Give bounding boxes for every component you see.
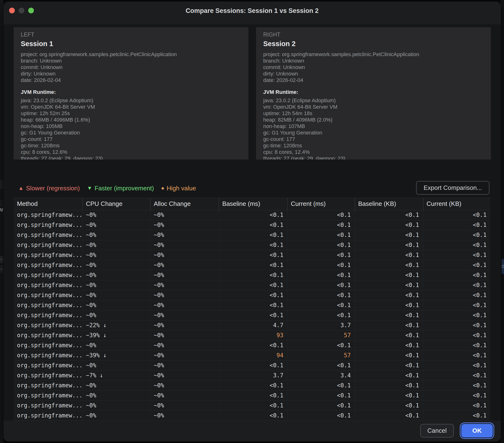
table-row[interactable]: org.springframew...~0%~0%<0.1<0.1<0.1<0.… xyxy=(14,270,490,280)
table-row[interactable]: org.springframew...~0%~0%<0.1<0.1<0.1<0.… xyxy=(14,280,490,290)
column-header-baseline-ms[interactable]: Baseline (ms) xyxy=(219,198,287,210)
comparison-table-container[interactable]: Method CPU Change Alloc Change Baseline … xyxy=(14,198,490,437)
titlebar: Compare Sessions: Session 1 vs Session 2 xyxy=(3,1,501,19)
column-header-cpu-change[interactable]: CPU Change xyxy=(82,198,150,210)
table-row[interactable]: org.springframew...~0%~0%<0.1<0.1<0.1<0.… xyxy=(14,250,490,260)
table-row[interactable]: org.springframew...~0%~0%<0.1<0.1<0.1<0.… xyxy=(14,360,490,371)
baseline-ms-cell: 94 xyxy=(219,350,287,360)
background-clipped-icon: .. xyxy=(0,266,3,273)
baseline-kb-cell: <0.1 xyxy=(355,220,423,230)
table-row[interactable]: org.springframew...~0%~0%<0.1<0.1<0.1<0.… xyxy=(14,210,490,220)
background-clipped-icon: .. xyxy=(0,256,3,263)
baseline-kb-cell: <0.1 xyxy=(355,230,423,240)
jvm-info-line: gc-count: 177 xyxy=(21,136,248,142)
baseline-ms-cell: 4.7 xyxy=(219,320,287,330)
current-kb-cell: <0.1 xyxy=(423,310,490,320)
table-row[interactable]: org.springframew...~0%~0%<0.1<0.1<0.1<0.… xyxy=(14,401,490,410)
table-row[interactable]: org.springframew...~0%~0%<0.1<0.1<0.1<0.… xyxy=(14,240,490,250)
content-area: LEFT Session 1 project: org.springframew… xyxy=(3,24,501,421)
baseline-ms-cell: <0.1 xyxy=(219,401,287,410)
baseline-ms-cell: 3.7 xyxy=(219,371,287,380)
comparison-table-body: org.springframew...~0%~0%<0.1<0.1<0.1<0.… xyxy=(14,210,490,437)
current-kb-cell: <0.1 xyxy=(423,230,490,240)
jvm-runtime-heading: JVM Runtime: xyxy=(263,89,491,95)
jvm-info-line: gc: G1 Young Generation xyxy=(21,129,248,136)
background-window-right-edge: d xyxy=(501,0,504,443)
cpu-change-cell: ~0% xyxy=(82,380,150,390)
baseline-kb-cell: <0.1 xyxy=(355,330,423,340)
table-row[interactable]: org.springframew...−22% ↓~0%4.73.7<0.1<0… xyxy=(14,320,490,330)
jvm-info-line: gc-time: 1208ms xyxy=(21,142,248,149)
jvm-info-line: gc-time: 1208ms xyxy=(263,142,491,149)
current-kb-cell: <0.1 xyxy=(423,320,490,330)
cpu-change-cell: ~0% xyxy=(82,360,150,371)
jvm-info-line: uptime: 12h 54m 18s xyxy=(263,110,491,117)
cpu-change-cell: ~0% xyxy=(82,410,150,421)
session-info: project: org.springframework.samples.pet… xyxy=(263,51,491,83)
alloc-change-cell: ~0% xyxy=(150,320,219,330)
cpu-change-cell: ~0% xyxy=(82,401,150,410)
table-row[interactable]: org.springframew...−7% ↓~0%3.73.4<0.1<0.… xyxy=(14,371,490,380)
baseline-kb-cell: <0.1 xyxy=(355,380,423,390)
method-cell: org.springframew... xyxy=(14,360,82,371)
method-cell: org.springframew... xyxy=(14,310,82,320)
table-row[interactable]: org.springframew...~0%~0%<0.1<0.1<0.1<0.… xyxy=(14,310,490,320)
cpu-change-cell: ~0% xyxy=(82,390,150,401)
column-header-method[interactable]: Method xyxy=(14,198,82,210)
column-header-baseline-kb[interactable]: Baseline (KB) xyxy=(355,198,423,210)
baseline-ms-cell: <0.1 xyxy=(219,360,287,371)
alloc-change-cell: ~0% xyxy=(150,360,219,371)
export-comparison-button[interactable]: Export Comparison... xyxy=(416,181,489,195)
current-ms-cell: <0.1 xyxy=(287,250,355,260)
table-row[interactable]: org.springframew...~0%~0%<0.1<0.1<0.1<0.… xyxy=(14,220,490,230)
baseline-kb-cell: <0.1 xyxy=(355,401,423,410)
table-row[interactable]: org.springframew...~0%~0%<0.1<0.1<0.1<0.… xyxy=(14,410,490,421)
session-name: Session 2 xyxy=(263,40,491,48)
cpu-change-cell: ~0% xyxy=(82,300,150,310)
current-kb-cell: <0.1 xyxy=(423,240,490,250)
cpu-change-cell: −39% ↓ xyxy=(82,350,150,360)
method-cell: org.springframew... xyxy=(14,401,82,410)
baseline-ms-cell: <0.1 xyxy=(219,250,287,260)
ok-button[interactable]: OK xyxy=(461,424,493,438)
current-ms-cell: <0.1 xyxy=(287,270,355,280)
current-kb-cell: <0.1 xyxy=(423,280,490,290)
current-ms-cell: <0.1 xyxy=(287,410,355,421)
current-kb-cell: <0.1 xyxy=(423,390,490,401)
table-row[interactable]: org.springframew...~0%~0%<0.1<0.1<0.1<0.… xyxy=(14,390,490,401)
baseline-ms-cell: <0.1 xyxy=(219,410,287,421)
table-row[interactable]: org.springframew...~0%~0%<0.1<0.1<0.1<0.… xyxy=(14,290,490,300)
alloc-change-cell: ~0% xyxy=(150,260,219,270)
method-cell: org.springframew... xyxy=(14,410,82,421)
alloc-change-cell: ~0% xyxy=(150,230,219,240)
baseline-kb-cell: <0.1 xyxy=(355,260,423,270)
cpu-change-cell: ~0% xyxy=(82,220,150,230)
method-cell: org.springframew... xyxy=(14,280,82,290)
table-row[interactable]: org.springframew...~0%~0%<0.1<0.1<0.1<0.… xyxy=(14,300,490,310)
legend-label: Faster (improvement) xyxy=(95,185,154,192)
table-row[interactable]: org.springframew...~0%~0%<0.1<0.1<0.1<0.… xyxy=(14,230,490,240)
jvm-info-line: java: 23.0.2 (Eclipse Adoptium) xyxy=(263,97,491,104)
background-clipped-text: w xyxy=(0,206,3,213)
background-clipped-highlight: d xyxy=(502,259,504,274)
baseline-kb-cell: <0.1 xyxy=(355,371,423,380)
jvm-info-line: cpu: 8 cores, 12.4% xyxy=(263,149,491,155)
table-row[interactable]: org.springframew...~0%~0%<0.1<0.1<0.1<0.… xyxy=(14,260,490,270)
baseline-ms-cell: <0.1 xyxy=(219,380,287,390)
cancel-button[interactable]: Cancel xyxy=(420,424,454,438)
current-ms-cell: <0.1 xyxy=(287,310,355,320)
alloc-change-cell: ~0% xyxy=(150,300,219,310)
compare-sessions-dialog: Compare Sessions: Session 1 vs Session 2… xyxy=(3,1,501,442)
table-row[interactable]: org.springframew...~0%~0%<0.1<0.1<0.1<0.… xyxy=(14,340,490,350)
table-row[interactable]: org.springframew...−39% ↓~0%9357<0.1<0.1 xyxy=(14,330,490,340)
alloc-change-cell: ~0% xyxy=(150,240,219,250)
column-header-alloc-change[interactable]: Alloc Change xyxy=(150,198,219,210)
current-kb-cell: <0.1 xyxy=(423,260,490,270)
baseline-kb-cell: <0.1 xyxy=(355,210,423,220)
column-header-current-ms[interactable]: Current (ms) xyxy=(287,198,355,210)
table-row[interactable]: org.springframew...~0%~0%<0.1<0.1<0.1<0.… xyxy=(14,380,490,390)
column-header-current-kb[interactable]: Current (KB) xyxy=(423,198,490,210)
baseline-kb-cell: <0.1 xyxy=(355,280,423,290)
baseline-ms-cell: <0.1 xyxy=(219,340,287,350)
table-row[interactable]: org.springframew...−39% ↓~0%9457<0.1<0.1 xyxy=(14,350,490,360)
